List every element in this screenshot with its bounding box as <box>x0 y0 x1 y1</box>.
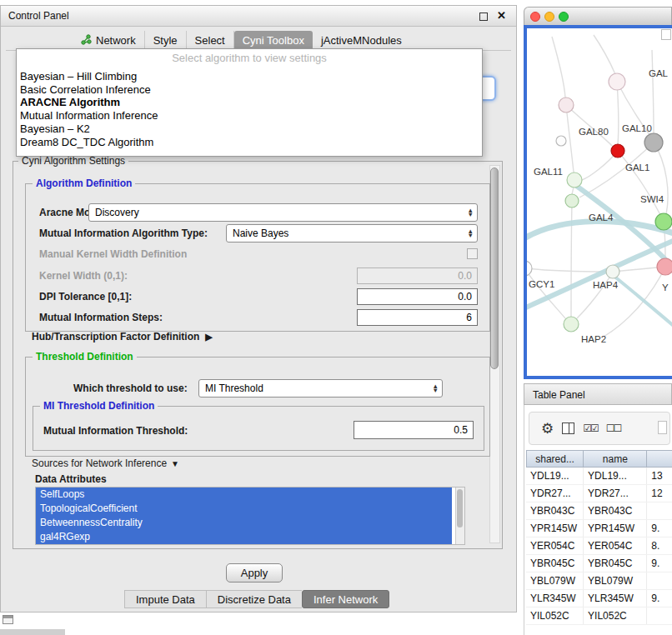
attributes-scrollbar[interactable] <box>455 488 464 544</box>
settings-scrollbar[interactable] <box>489 165 500 543</box>
column-header-extra[interactable] <box>647 450 672 468</box>
data-attributes-items: SelfLoopsTopologicalCoefficientBetweenne… <box>36 488 464 544</box>
column-header-name[interactable]: name <box>584 450 647 468</box>
collapsed-arrow-icon[interactable]: ▶ <box>205 332 212 342</box>
mi-algorithm-type-select[interactable]: Naive Bayes ▲▼ <box>226 224 478 242</box>
algorithm-popup-list: Bayesian – Hill ClimbingBasic Correlatio… <box>17 70 482 148</box>
tab-select[interactable]: Select <box>187 31 234 50</box>
network-node[interactable] <box>565 194 579 208</box>
network-node[interactable] <box>556 136 566 146</box>
restore-icon[interactable] <box>479 12 488 21</box>
table-cell: YDR27... <box>526 485 584 502</box>
mi-threshold-field[interactable]: 0.5 <box>354 421 474 439</box>
algorithm-option-mutual-information-inference[interactable]: Mutual Information Inference <box>17 109 482 122</box>
minimized-window-icon[interactable] <box>3 615 13 624</box>
algorithm-option-aracne-algorithm[interactable]: ARACNE Algorithm <box>17 96 482 109</box>
bottom-tab-impute-data[interactable]: Impute Data <box>124 590 206 608</box>
which-threshold-select[interactable]: MI Threshold ▲▼ <box>198 379 443 398</box>
algorithm-option-dream8-dc-tdc-algorithm[interactable]: Dream8 DC_TDC Algorithm <box>17 136 482 149</box>
columns-icon[interactable] <box>562 422 574 434</box>
network-edge[interactable] <box>566 105 574 172</box>
partial-toolbar-icon[interactable] <box>658 421 667 434</box>
network-node[interactable] <box>564 317 579 332</box>
algorithm-option-bayesian-k2[interactable]: Bayesian – K2 <box>17 122 482 136</box>
table-row[interactable]: YDR27...YDR27...12 <box>526 485 672 502</box>
bottom-tab-discretize-data[interactable]: Discretize Data <box>206 590 302 608</box>
network-edge[interactable] <box>652 50 654 133</box>
table-cell <box>647 502 672 519</box>
network-node[interactable] <box>655 213 672 230</box>
sources-section-header[interactable]: Sources for Network Inference▼ <box>32 458 179 469</box>
network-edge[interactable] <box>527 268 606 272</box>
network-edge[interactable] <box>571 201 572 317</box>
close-icon[interactable]: ✕ <box>497 9 506 22</box>
network-node[interactable] <box>644 133 663 152</box>
network-node[interactable] <box>606 265 619 278</box>
network-edge[interactable] <box>617 82 619 144</box>
expanded-arrow-icon[interactable]: ▼ <box>171 459 179 468</box>
apply-button[interactable]: Apply <box>226 563 283 582</box>
zoom-traffic-light[interactable] <box>559 12 569 22</box>
table-header-row: shared...name <box>526 450 672 468</box>
tab-cyni-toolbox[interactable]: Cyni Toolbox <box>234 31 313 50</box>
network-edge-highlighted[interactable] <box>527 222 672 241</box>
network-canvas[interactable]: GALGAL80GAL10GAL11GAL1SWI4GAL4GCY1HAP4YH… <box>527 28 672 376</box>
network-node[interactable] <box>527 261 532 276</box>
tab-jactivemnodules[interactable]: jActiveMNodules <box>313 31 410 50</box>
table-row[interactable]: YIL052CYIL052C <box>526 608 672 625</box>
network-node[interactable] <box>567 172 582 188</box>
minimize-traffic-light[interactable] <box>544 12 554 22</box>
algorithm-popup-placeholder: Select algorithm to view settings <box>17 52 482 64</box>
table-row[interactable]: YER054CYER054C8. <box>526 538 672 555</box>
node-label-gal11: GAL11 <box>534 167 563 177</box>
network-node[interactable] <box>559 98 574 112</box>
tab-style[interactable]: Style <box>145 31 187 50</box>
hub-transcription-factor-section[interactable]: Hub/Transcription Factor Definition▶ <box>32 331 213 342</box>
algorithm-option-bayesian-hill-climbing[interactable]: Bayesian – Hill Climbing <box>17 70 482 83</box>
table-row[interactable]: YPR145WYPR145W9. <box>526 520 672 538</box>
tab-network[interactable]: Network <box>73 31 145 50</box>
which-threshold-label: Which threshold to use: <box>73 382 188 394</box>
mi-steps-field[interactable]: 6 <box>357 309 478 326</box>
network-edge[interactable] <box>594 35 615 74</box>
gear-icon[interactable]: ⚙ <box>541 422 554 436</box>
network-window-titlebar[interactable] <box>524 7 672 25</box>
manual-kernel-width-label: Manual Kernel Width Definition <box>39 248 187 260</box>
attributes-scrollbar-thumb[interactable] <box>457 489 463 528</box>
close-traffic-light[interactable] <box>530 12 540 22</box>
table-cell: YBR045C <box>584 555 647 572</box>
clear-selection-icon[interactable]: ☐☐ <box>606 422 621 434</box>
table-row[interactable]: YBR045CYBR045C9. <box>526 555 672 572</box>
table-cell: YDL19... <box>526 468 584 484</box>
table-cell: YPR145W <box>526 520 584 537</box>
settings-scrollbar-thumb[interactable] <box>490 168 499 369</box>
network-node[interactable] <box>657 258 672 275</box>
network-edge[interactable] <box>618 151 660 215</box>
aracne-mode-select[interactable]: Discovery ▲▼ <box>88 203 478 222</box>
select-all-icon[interactable]: ☑☑ <box>583 422 598 434</box>
algorithm-option-basic-correlation-inference[interactable]: Basic Correlation Inference <box>17 83 482 97</box>
table-cell: YBL079W <box>526 572 584 589</box>
network-node[interactable] <box>609 73 625 90</box>
network-edge[interactable] <box>566 105 612 146</box>
table-row[interactable]: YDL19...YDL19...13 <box>526 468 672 485</box>
data-attributes-list[interactable]: SelfLoopsTopologicalCoefficientBetweenne… <box>35 487 465 545</box>
table-row[interactable]: YBL079WYBL079W <box>526 572 672 590</box>
table-panel-title: Table Panel <box>533 389 585 401</box>
dpi-tolerance-field[interactable]: 0.0 <box>357 288 478 305</box>
table-row[interactable]: YBR043CYBR043C <box>526 502 672 520</box>
top-tab-bar: NetworkStyleSelectCyni ToolboxjActiveMNo… <box>73 31 410 50</box>
bottom-tab-infer-network[interactable]: Infer Network <box>302 590 389 608</box>
column-header-shared[interactable]: shared... <box>526 450 584 468</box>
network-edge[interactable] <box>552 37 565 98</box>
network-edge-highlighted[interactable] <box>527 238 672 310</box>
manual-kernel-width-checkbox[interactable] <box>467 248 478 259</box>
attribute-item-betweennesscentrality[interactable]: BetweennessCentrality <box>36 516 452 530</box>
attribute-item-selfloops[interactable]: SelfLoops <box>36 488 452 502</box>
table-cell: 9. <box>647 555 672 572</box>
table-row[interactable]: YLR345WYLR345W9. <box>526 590 672 608</box>
attribute-item-gal4rgexp[interactable]: gal4RGexp <box>36 530 452 544</box>
attribute-item-topologicalcoefficient[interactable]: TopologicalCoefficient <box>36 502 452 516</box>
network-node[interactable] <box>611 144 624 158</box>
kernel-width-label: Kernel Width (0,1): <box>39 270 128 282</box>
